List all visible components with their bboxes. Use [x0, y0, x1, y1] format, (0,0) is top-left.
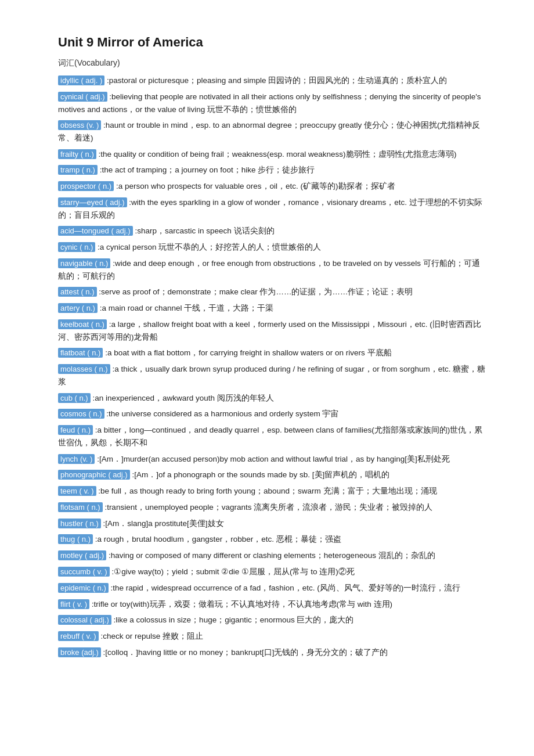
- term-definition: :a large，shallow freight boat with a kee…: [58, 320, 481, 341]
- vocabulary-entry: teem ( v. ) :be full，as though ready to …: [58, 485, 488, 498]
- term-label: feud ( n.): [58, 425, 93, 435]
- term-label: starry—eyed ( adj.): [58, 197, 127, 207]
- vocabulary-entry: navigable ( n.) :wide and deep enough，or…: [58, 257, 488, 282]
- vocabulary-entry: cynical ( adj.) :believing that people a…: [58, 91, 488, 116]
- entries-container: idyllic ( adj. ) :pastoral or picturesqu…: [58, 74, 488, 659]
- vocabulary-entry: artery ( n.) :a main road or channel 干线，…: [58, 302, 488, 315]
- term-definition: :[Am．]of a phonograph or the sounds made…: [130, 470, 390, 479]
- term-definition: :①give way(to)；yield；submit ②die ①屈服，屈从(…: [110, 567, 355, 576]
- term-definition: :trifle or toy(with)玩弄，戏耍；做着玩；不认真地对待，不认真…: [89, 600, 392, 609]
- term-definition: :like a colossus in size；huge；gigantic；e…: [111, 615, 354, 624]
- term-definition: :transient，unemployed people；vagrants 流离…: [103, 503, 433, 512]
- term-definition: :a cynical person 玩世不恭的人；好挖苦人的人；愤世嫉俗的人: [95, 243, 321, 251]
- vocabulary-entry: cosmos ( n.) :the universe considered as…: [58, 408, 488, 420]
- term-label: lynch (v. ): [58, 454, 95, 464]
- term-label: cynical ( adj.): [58, 92, 107, 102]
- term-definition: :[Am．slang]a prostitute[美俚]妓女: [101, 519, 224, 528]
- vocabulary-entry: prospector ( n.) :a person who prospects…: [58, 180, 488, 193]
- term-label: frailty ( n.): [58, 149, 96, 159]
- vocabulary-entry: attest ( n.) :serve as proof of；demonstr…: [58, 286, 488, 298]
- term-label: attest ( n.): [58, 287, 97, 297]
- term-label: rebuff ( v. ): [58, 631, 99, 641]
- vocabulary-entry: epidemic ( n.) :the rapid，widespread occ…: [58, 582, 488, 595]
- vocabulary-entry: motley ( adj.) :having or composed of ma…: [58, 549, 488, 562]
- term-label: navigable ( n.): [58, 258, 110, 268]
- vocabulary-entry: cub ( n.) :an inexperienced，awkward yout…: [58, 392, 488, 405]
- vocabulary-entry: succumb ( v. ) :①give way(to)；yield；subm…: [58, 566, 488, 578]
- term-label: motley ( adj.): [58, 550, 106, 560]
- term-definition: :a rough，brutal hoodlum，gangster，robber，…: [93, 535, 341, 543]
- vocabulary-entry: feud ( n.) :a bitter，long—continued，and …: [58, 424, 488, 449]
- term-label: artery ( n.): [58, 303, 98, 313]
- term-label: epidemic ( n.): [58, 583, 109, 593]
- term-definition: :a person who prospects for valuable ore…: [114, 182, 395, 190]
- term-label: broke (adj.): [58, 647, 101, 657]
- term-label: prospector ( n.): [58, 181, 114, 191]
- vocabulary-entry: flatboat ( n.) :a boat with a flat botto…: [58, 347, 488, 359]
- term-definition: :[colloq．]having little or no money；bank…: [101, 648, 388, 657]
- term-definition: :wide and deep enough，or free enough fro…: [58, 259, 480, 280]
- term-label: cosmos ( n.): [58, 409, 104, 419]
- term-definition: :a boat with a flat bottom，for carrying …: [103, 348, 391, 357]
- term-label: thug ( n.): [58, 534, 93, 544]
- vocabulary-entry: acid—tongued ( adj.) :sharp，sarcastic in…: [58, 225, 488, 237]
- vocabulary-entry: rebuff ( v. ) :check or repulse 挫败；阻止: [58, 630, 488, 643]
- vocabulary-entry: flotsam ( n.) :transient，unemployed peop…: [58, 501, 488, 514]
- term-definition: :a main road or channel 干线，干道，大路；干渠: [98, 304, 273, 312]
- vocabulary-entry: obsess (v. ) :haunt or trouble in mind，e…: [58, 119, 488, 144]
- term-label: flirt ( v. ): [58, 599, 89, 609]
- term-label: idyllic ( adj. ): [58, 75, 104, 85]
- term-label: acid—tongued ( adj.): [58, 226, 133, 236]
- vocabulary-entry: starry—eyed ( adj.) :with the eyes spark…: [58, 196, 488, 221]
- vocabulary-entry: thug ( n.) :a rough，brutal hoodlum，gangs…: [58, 533, 488, 546]
- page-title: Unit 9 Mirror of America: [58, 35, 488, 50]
- term-label: cynic ( n.): [58, 242, 95, 252]
- section-label: 词汇(Vocabulary): [58, 58, 488, 69]
- term-definition: :the quality or condition of being frail…: [96, 150, 457, 159]
- term-label: flotsam ( n.): [58, 502, 103, 512]
- term-label: phonographic ( adj.): [58, 470, 130, 480]
- term-definition: :sharp，sarcastic in speech 说话尖刻的: [133, 226, 275, 235]
- term-label: flatboat ( n.): [58, 348, 103, 358]
- term-label: colossal ( adj.): [58, 615, 111, 625]
- vocabulary-entry: idyllic ( adj. ) :pastoral or picturesqu…: [58, 74, 488, 87]
- vocabulary-entry: tramp ( n.) :the act of tramping；a journ…: [58, 164, 488, 177]
- term-label: cub ( n.): [58, 393, 91, 403]
- vocabulary-entry: broke (adj.) :[colloq．]having little or …: [58, 646, 488, 659]
- vocabulary-entry: cynic ( n.) :a cynical person 玩世不恭的人；好挖苦…: [58, 241, 488, 254]
- term-definition: :pastoral or picturesque；pleasing and si…: [104, 76, 447, 85]
- vocabulary-entry: molasses ( n.) :a thick，usually dark bro…: [58, 363, 488, 388]
- term-definition: :the universe considered as a harmonious…: [104, 409, 339, 418]
- term-label: molasses ( n.): [58, 364, 110, 374]
- vocabulary-entry: keelboat ( n.) :a large，shallow freight …: [58, 318, 488, 343]
- vocabulary-entry: frailty ( n.) :the quality or condition …: [58, 148, 488, 161]
- term-definition: :believing that people are notivated in …: [58, 92, 481, 114]
- term-label: obsess (v. ): [58, 120, 101, 130]
- term-definition: :a thick，usually dark brown syrup produc…: [58, 365, 485, 386]
- vocabulary-entry: hustler ( n.) :[Am．slang]a prostitute[美俚…: [58, 517, 488, 530]
- term-definition: :be full，as though ready to bring forth …: [96, 487, 437, 495]
- vocabulary-entry: colossal ( adj.) :like a colossus in siz…: [58, 614, 488, 627]
- term-definition: :the act of tramping；a journey on foot；h…: [98, 165, 315, 174]
- term-definition: :having or composed of many different or…: [106, 551, 435, 560]
- term-definition: :an inexperienced，awkward youth 阅历浅的年轻人: [91, 394, 274, 402]
- term-label: keelboat ( n.): [58, 319, 107, 329]
- vocabulary-entry: phonographic ( adj.) :[Am．]of a phonogra…: [58, 469, 488, 481]
- term-definition: :the rapid，widespread occurrence of a fa…: [109, 584, 460, 592]
- term-label: succumb ( v. ): [58, 567, 110, 577]
- term-label: tramp ( n.): [58, 165, 98, 175]
- term-definition: :serve as proof of；demonstrate；make clea…: [97, 287, 413, 296]
- term-definition: :haunt or trouble in mind，esp. to an abn…: [58, 121, 480, 142]
- term-definition: :a bitter，long—continued，and deadly quar…: [58, 426, 482, 447]
- term-definition: :[Am．]murder(an accused person)by mob ac…: [95, 455, 449, 463]
- term-definition: :check or repulse 挫败；阻止: [99, 632, 203, 640]
- vocabulary-entry: lynch (v. ) :[Am．]murder(an accused pers…: [58, 453, 488, 466]
- vocabulary-entry: flirt ( v. ) :trifle or toy(with)玩弄，戏耍；做…: [58, 598, 488, 611]
- term-label: teem ( v. ): [58, 486, 96, 496]
- term-label: hustler ( n.): [58, 519, 101, 528]
